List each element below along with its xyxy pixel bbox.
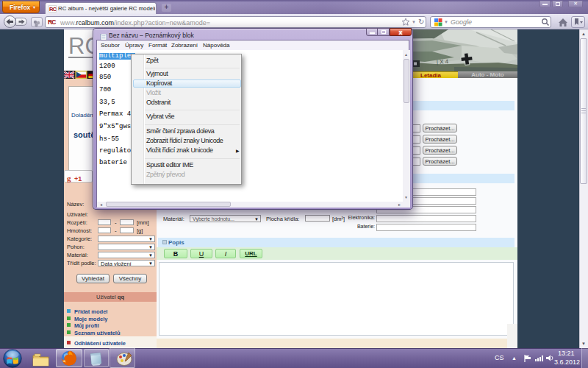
svg-text:| X 4: | X 4: [437, 58, 449, 66]
